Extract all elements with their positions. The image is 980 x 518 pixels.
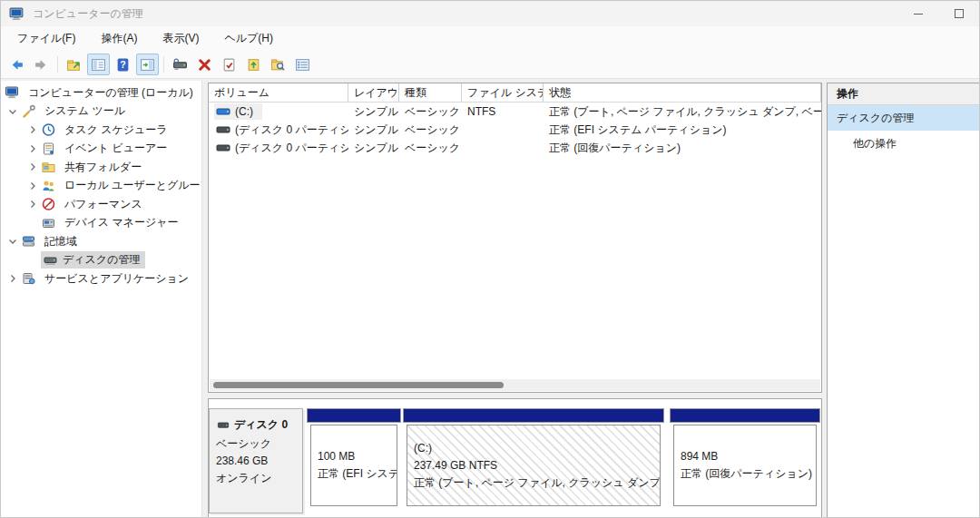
tree-item-services-applications[interactable]: サービスとアプリケーション xyxy=(1,269,201,288)
forward-icon xyxy=(34,57,49,73)
volume-row-c[interactable]: (C:) シンプル ベーシック NTFS 正常 (ブート, ページ ファイル, … xyxy=(209,103,821,121)
volume-name: (ディスク 0 パーティション 1) xyxy=(235,122,348,138)
partition-status: 正常 (EFI システム パーティション) xyxy=(318,465,390,483)
column-header-layout[interactable]: レイアウト xyxy=(348,83,399,102)
help-button[interactable]: ? xyxy=(112,54,134,75)
partition-label: (C:) xyxy=(414,440,653,457)
properties-check-icon xyxy=(221,57,237,73)
titlebar: コンピューターの管理 xyxy=(1,1,979,26)
tree-item-label: タスク スケジューラ xyxy=(61,122,172,139)
volume-row-partition1[interactable]: (ディスク 0 パーティション 1) シンプル ベーシック 正常 (EFI シス… xyxy=(209,121,821,139)
show-action-pane-icon xyxy=(140,57,155,73)
column-header-status[interactable]: 状態 xyxy=(544,83,820,102)
volume-status: 正常 (回復パーティション) xyxy=(544,139,821,157)
partition-size: 237.49 GB NTFS xyxy=(414,457,653,474)
chevron-placeholder xyxy=(24,218,41,229)
svg-text:?: ? xyxy=(120,59,125,70)
open-button[interactable] xyxy=(242,54,265,75)
chevron-right-icon[interactable] xyxy=(24,124,41,135)
properties-button[interactable] xyxy=(218,54,240,75)
window-title: コンピューターの管理 xyxy=(33,6,143,22)
main-area: コンピューターの管理 (ローカル) システム ツール タスク スケジューラ イベ… xyxy=(1,81,979,517)
back-button[interactable] xyxy=(5,54,28,75)
delete-icon xyxy=(197,57,212,73)
action-item-more-actions[interactable]: 他の操作 xyxy=(828,131,980,156)
computer-management-window: コンピューターの管理 ファイル(F) 操作(A) 表示(V) ヘルプ(H) xyxy=(0,0,980,518)
column-header-volume[interactable]: ボリューム xyxy=(209,83,348,102)
tree-item-computer-management[interactable]: コンピューターの管理 (ローカル) xyxy=(1,83,201,103)
partition-recovery[interactable]: 894 MB 正常 (回復パーティション) xyxy=(670,408,820,506)
scrollbar-thumb[interactable] xyxy=(213,382,504,388)
partition-color-bar xyxy=(670,408,820,423)
chevron-right-icon[interactable] xyxy=(5,273,21,284)
clock-icon xyxy=(41,122,56,137)
users-icon xyxy=(41,179,56,193)
show-console-tree-icon xyxy=(91,57,106,73)
forward-button[interactable] xyxy=(30,54,53,75)
disk-tool-icon xyxy=(172,57,188,73)
disk0-info-box[interactable]: ディスク 0 ベーシック 238.46 GB オンライン xyxy=(209,408,303,513)
services-icon xyxy=(21,271,36,286)
action-item-disk-management[interactable]: ディスクの管理 xyxy=(828,105,980,131)
chevron-placeholder xyxy=(24,255,41,266)
partition-c[interactable]: (C:) 237.49 GB NTFS 正常 (ブート, ページ ファイル, ク… xyxy=(403,408,664,506)
tree-item-shared-folders[interactable]: 22 共有フォルダー xyxy=(1,158,201,177)
explore-button[interactable] xyxy=(267,54,289,75)
tree-item-system-tools[interactable]: システム ツール xyxy=(1,103,201,122)
chevron-right-icon[interactable] xyxy=(24,181,41,191)
volume-list: ボリューム レイアウト 種類 ファイル システム 状態 (C:) シンプル ベー… xyxy=(208,83,822,393)
volume-row-partition4[interactable]: (ディスク 0 パーティション 4) シンプル ベーシック 正常 (回復パーティ… xyxy=(209,139,821,157)
delete-volume-button[interactable] xyxy=(193,54,216,75)
tree-item-event-viewer[interactable]: イベント ビューアー xyxy=(1,140,201,159)
tree-item-local-users-groups[interactable]: ローカル ユーザーとグループ xyxy=(1,177,201,196)
chevron-down-icon[interactable] xyxy=(5,106,21,117)
volume-type: ベーシック xyxy=(399,139,462,157)
partition-efi[interactable]: 100 MB 正常 (EFI システム パーティション) xyxy=(307,408,401,506)
column-header-type[interactable]: 種類 xyxy=(399,83,462,102)
disk-tool-button[interactable] xyxy=(169,54,191,75)
storage-icon xyxy=(21,234,36,249)
tree-item-performance[interactable]: パフォーマンス xyxy=(1,195,201,214)
chevron-right-icon[interactable] xyxy=(24,143,41,154)
menu-view[interactable]: 表示(V) xyxy=(153,27,208,50)
volume-name: (C:) xyxy=(235,105,253,118)
tree-item-disk-management[interactable]: ディスクの管理 xyxy=(1,251,201,270)
disk-graphical-view: ディスク 0 ベーシック 238.46 GB オンライン 100 MB 正常 (… xyxy=(208,398,822,518)
disk-type: ベーシック xyxy=(216,435,297,453)
drive-icon xyxy=(216,104,230,119)
toolbar-separator xyxy=(57,56,58,73)
tree-item-label: 記憶域 xyxy=(41,233,81,250)
chevron-right-icon[interactable] xyxy=(24,161,41,172)
menu-file[interactable]: ファイル(F) xyxy=(8,27,84,50)
tree-item-label: システム ツール xyxy=(41,103,129,120)
show-console-tree-button[interactable] xyxy=(87,54,110,75)
export-list-button[interactable] xyxy=(63,54,85,75)
tree-item-device-manager[interactable]: デバイス マネージャー xyxy=(1,214,201,233)
help-icon: ? xyxy=(115,57,131,73)
tree-item-label: デバイス マネージャー xyxy=(61,214,182,231)
maximize-button[interactable] xyxy=(938,1,979,26)
chevron-down-icon[interactable] xyxy=(5,236,21,247)
disk-icon xyxy=(216,420,230,431)
volume-layout: シンプル xyxy=(348,121,399,139)
horizontal-scrollbar[interactable] xyxy=(210,379,820,391)
tools-icon xyxy=(21,104,36,119)
svg-text:22: 22 xyxy=(44,167,48,171)
export-folder-icon xyxy=(66,57,82,73)
toolbar-separator xyxy=(163,56,164,73)
menu-help[interactable]: ヘルプ(H) xyxy=(215,27,282,50)
column-header-filesystem[interactable]: ファイル システム xyxy=(462,83,544,102)
chevron-right-icon[interactable] xyxy=(24,199,41,210)
partition-color-bar xyxy=(403,408,664,423)
minimize-button[interactable] xyxy=(897,1,938,26)
partition-status: 正常 (ブート, ページ ファイル, クラッシュ ダンプ, ベーシック デ xyxy=(414,474,653,492)
volume-filesystem: NTFS xyxy=(462,103,544,121)
tree-item-task-scheduler[interactable]: タスク スケジューラ xyxy=(1,121,201,140)
tree-item-storage[interactable]: 記憶域 xyxy=(1,232,201,251)
menu-action[interactable]: 操作(A) xyxy=(92,27,146,50)
volume-layout: シンプル xyxy=(348,139,399,157)
partition-size: 100 MB xyxy=(318,448,390,465)
list-view-button[interactable] xyxy=(291,54,314,75)
disk-status: オンライン xyxy=(216,470,297,487)
show-action-pane-button[interactable] xyxy=(136,54,159,75)
